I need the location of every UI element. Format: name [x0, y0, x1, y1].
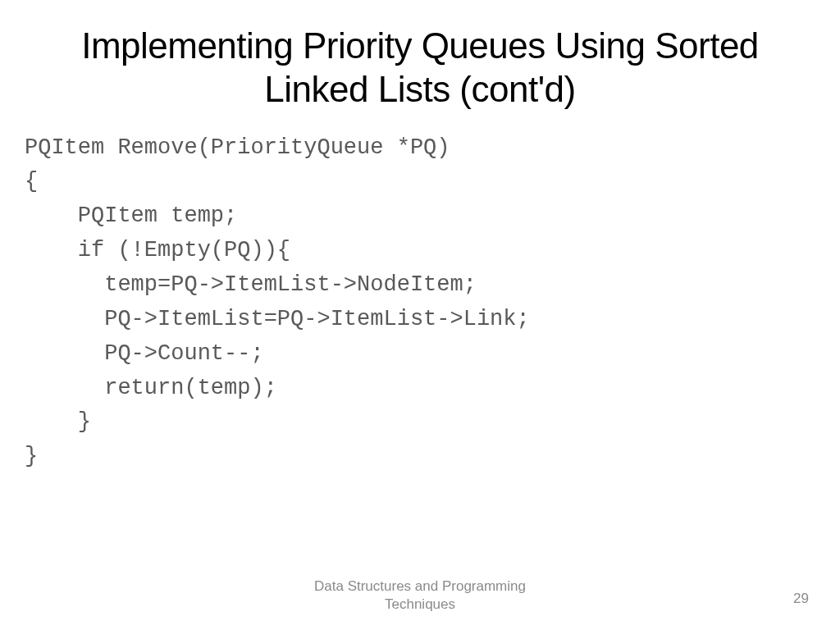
code-line: PQ->ItemList=PQ->ItemList->Link; — [25, 307, 530, 331]
slide-container: Implementing Priority Queues Using Sorte… — [0, 0, 840, 630]
code-block: PQItem Remove(PriorityQueue *PQ) { PQIte… — [25, 131, 791, 474]
slide-title: Implementing Priority Queues Using Sorte… — [49, 25, 791, 112]
code-line: } — [25, 409, 91, 434]
footer-line: Data Structures and Programming — [314, 578, 526, 594]
page-number: 29 — [793, 591, 809, 607]
footer-text: Data Structures and Programming Techniqu… — [314, 578, 526, 614]
code-line: temp=PQ->ItemList->NodeItem; — [25, 272, 477, 297]
slide-footer: Data Structures and Programming Techniqu… — [0, 578, 840, 614]
code-line: PQ->Count--; — [25, 341, 264, 366]
code-line: return(temp); — [25, 376, 277, 400]
footer-line: Techniques — [385, 596, 455, 612]
code-line: } — [25, 444, 38, 468]
code-line: PQItem Remove(PriorityQueue *PQ) — [25, 135, 450, 160]
code-line: { — [25, 169, 38, 194]
code-line: PQItem temp; — [25, 203, 237, 228]
code-line: if (!Empty(PQ)){ — [25, 238, 290, 262]
